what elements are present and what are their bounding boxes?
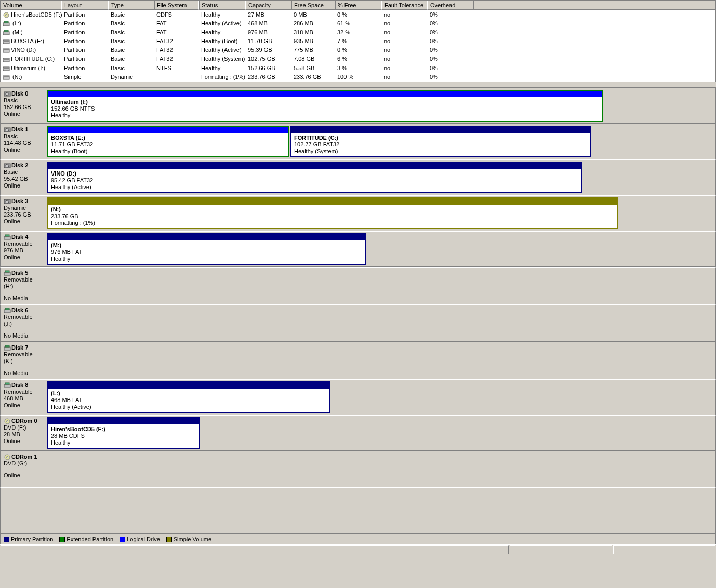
legend: Primary PartitionExtended PartitionLogic…	[0, 534, 716, 544]
hdd-icon	[3, 65, 10, 72]
removable-icon	[4, 345, 11, 351]
legend-item: Logical Drive	[120, 536, 160, 542]
svg-rect-28	[4, 310, 10, 313]
volume-cell: FAT	[154, 20, 199, 28]
volume-row[interactable]: FORTITUDE (C:)PartitionBasicFAT32Healthy…	[1, 55, 715, 63]
volume-cell: BOXSTA (E:)	[1, 37, 62, 45]
partition-color-bar	[48, 418, 199, 424]
svg-point-35	[7, 421, 8, 422]
partition[interactable]: (N:)233.76 GBFormatting : (1%)	[47, 197, 618, 229]
column-header-fault-tolerance[interactable]: Fault Tolerance	[382, 1, 428, 10]
disk-info: CDRom 1DVD (G:)Online	[1, 451, 45, 487]
column-header-capacity[interactable]: Capacity	[246, 1, 291, 10]
volume-cell: 233.76 GB	[291, 73, 335, 81]
volume-cell: Dynamic	[109, 73, 154, 81]
partition[interactable]: VINO (D:)95.42 GB FAT32Healthy (Active)	[47, 162, 582, 193]
volume-cell	[154, 73, 199, 81]
volume-list-header: VolumeLayoutTypeFile SystemStatusCapacit…	[1, 1, 715, 10]
volume-cell: no	[382, 20, 428, 28]
volume-cell: 0 %	[335, 46, 382, 54]
svg-point-21	[6, 164, 9, 167]
volume-cell: FAT32	[154, 37, 199, 45]
column-header-type[interactable]: Type	[109, 1, 154, 10]
partition-color-bar	[48, 163, 581, 169]
partition-color-bar	[48, 234, 365, 240]
disk-row[interactable]: Disk 0Basic152.66 GBOnlineUltimatum (I:)…	[0, 88, 716, 124]
disk-partitions: (M:)976 MB FATHealthy	[45, 232, 715, 266]
volume-list[interactable]: VolumeLayoutTypeFile SystemStatusCapacit…	[0, 0, 716, 82]
svg-rect-27	[5, 271, 9, 272]
svg-rect-29	[5, 308, 9, 310]
volume-cell: Partition	[62, 20, 109, 28]
partition[interactable]: FORTITUDE (C:)102.77 GB FAT32Healthy (Sy…	[290, 126, 591, 157]
disk-row[interactable]: Disk 1Basic114.48 GBOnlineBOXSTA (E:)11.…	[0, 124, 716, 159]
unallocated-area	[0, 487, 716, 534]
disk-row[interactable]: Disk 4Removable976 MBOnline (M:)976 MB F…	[0, 231, 716, 267]
disk-icon	[4, 127, 11, 133]
volume-cell: Basic	[109, 29, 154, 36]
volume-cell: 5.58 GB	[291, 64, 335, 72]
partition-color-bar	[48, 91, 602, 97]
volume-cell: Partition	[62, 55, 109, 63]
svg-rect-33	[5, 383, 9, 384]
disk-empty	[45, 268, 715, 304]
disk-row[interactable]: Disk 2Basic95.42 GBOnlineVINO (D:)95.42 …	[0, 159, 716, 195]
disk-row[interactable]: Disk 8Removable468 MBOnline (L:)468 MB F…	[0, 379, 716, 415]
volume-row[interactable]: BOXSTA (E:)PartitionBasicFAT32Healthy (B…	[1, 37, 715, 46]
column-header-volume[interactable]: Volume	[1, 1, 62, 10]
disk-partitions: (N:)233.76 GBFormatting : (1%)	[45, 196, 715, 231]
volume-cell: Healthy	[199, 64, 246, 72]
column-header-free-space[interactable]: Free Space	[291, 1, 335, 10]
volume-cell: 6 %	[335, 55, 382, 63]
column-header--free[interactable]: % Free	[335, 1, 382, 10]
partition-body: VINO (D:)95.42 GB FAT32Healthy (Active)	[48, 169, 581, 192]
partition[interactable]: BOXSTA (E:)11.71 GB FAT32Healthy (Boot)	[47, 126, 289, 157]
column-header-status[interactable]: Status	[199, 1, 246, 10]
column-header-overhead[interactable]: Overhead	[428, 1, 473, 10]
disk-empty	[45, 342, 715, 379]
partition[interactable]: Ultimatum (I:)152.66 GB NTFSHealthy	[47, 90, 603, 122]
svg-rect-31	[5, 345, 9, 347]
volume-cell: (M:)	[1, 29, 62, 36]
disk-empty	[45, 305, 715, 341]
volume-cell: 0%	[428, 11, 473, 19]
disk-info: Disk 2Basic95.42 GBOnline	[1, 160, 45, 195]
disk-row[interactable]: Disk 5Removable (H:)No Media	[0, 267, 716, 304]
column-header-file-system[interactable]: File System	[154, 1, 199, 10]
column-header-layout[interactable]: Layout	[62, 1, 109, 10]
cd-icon	[4, 418, 11, 424]
volume-row[interactable]: (N:)SimpleDynamicFormatting : (1%)233.76…	[1, 73, 715, 82]
volume-cell: 95.39 GB	[246, 46, 291, 54]
disk-info: Disk 0Basic152.66 GBOnline	[1, 88, 45, 123]
volume-cell: (L:)	[1, 20, 62, 28]
disk-row[interactable]: Disk 3Dynamic233.76 GBOnline (N:)233.76 …	[0, 195, 716, 231]
volume-cell: 0%	[428, 20, 473, 28]
volume-cell: 32 %	[335, 29, 382, 36]
volume-cell: 61 %	[335, 20, 382, 28]
disk-row[interactable]: CDRom 0DVD (F:)28 MBOnlineHiren'sBootCD5…	[0, 415, 716, 451]
partition[interactable]: Hiren'sBootCD5 (F:)28 MB CDFSHealthy	[47, 417, 200, 449]
svg-rect-25	[5, 235, 9, 236]
volume-row[interactable]: VINO (D:)PartitionBasicFAT32Healthy (Act…	[1, 46, 715, 55]
partition[interactable]: (M:)976 MB FATHealthy	[47, 233, 366, 265]
disk-row[interactable]: CDRom 1DVD (G:)Online	[0, 451, 716, 487]
volume-cell: Basic	[109, 20, 154, 28]
disk-partitions: BOXSTA (E:)11.71 GB FAT32Healthy (Boot)F…	[45, 124, 715, 159]
volume-cell: 0 %	[335, 11, 382, 19]
partition-body: (M:)976 MB FATHealthy	[48, 240, 365, 264]
partition-body: (L:)468 MB FATHealthy (Active)	[48, 389, 329, 412]
volume-row[interactable]: Hiren'sBootCD5 (F:)PartitionBasicCDFSHea…	[1, 10, 715, 19]
volume-cell: 0%	[428, 37, 473, 45]
volume-row[interactable]: (L:)PartitionBasicFATHealthy (Active)468…	[1, 19, 715, 28]
disk-row[interactable]: Disk 7Removable (K:)No Media	[0, 342, 716, 379]
disk-row[interactable]: Disk 6Removable (J:)No Media	[0, 304, 716, 342]
volume-row[interactable]: (M:)PartitionBasicFATHealthy976 MB318 MB…	[1, 28, 715, 37]
volume-cell: Formatting : (1%)	[199, 73, 246, 81]
volume-cell: Healthy (Active)	[199, 20, 246, 28]
volume-cell: Healthy (System)	[199, 55, 246, 63]
disk-partitions: VINO (D:)95.42 GB FAT32Healthy (Active)	[45, 160, 715, 195]
volume-row[interactable]: Ultimatum (I:)PartitionBasicNTFSHealthy1…	[1, 64, 715, 73]
volume-cell: Healthy	[199, 29, 246, 36]
cd-icon	[3, 12, 10, 18]
partition[interactable]: (L:)468 MB FATHealthy (Active)	[47, 381, 330, 413]
